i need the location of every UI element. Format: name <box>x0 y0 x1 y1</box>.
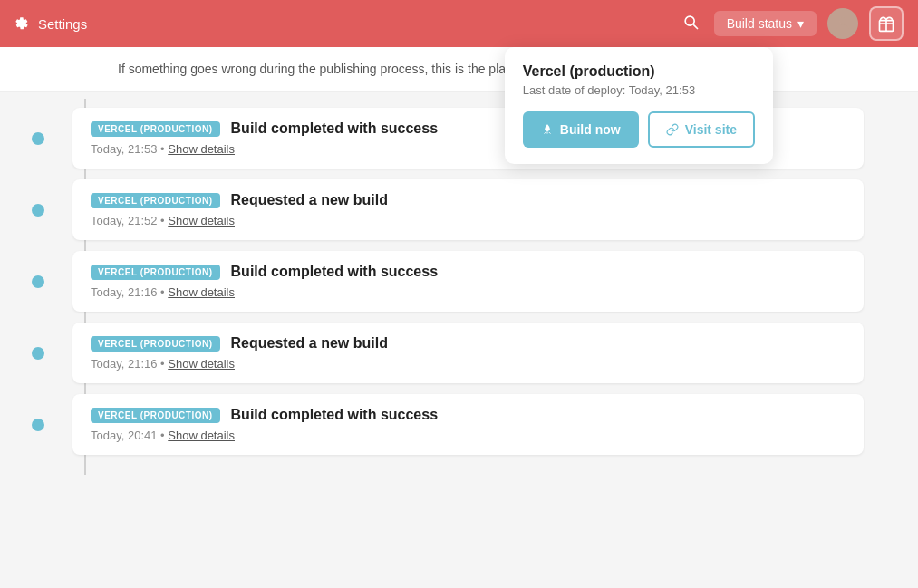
card-time-2: Today, 21:52 <box>91 214 157 227</box>
timeline-dot-5 <box>32 419 44 431</box>
build-status-label: Build status <box>727 16 792 31</box>
card-header-5: VERCEL (PRODUCTION) Build completed with… <box>91 407 846 423</box>
main-content: If something goes wrong during the publi… <box>0 47 918 588</box>
timeline-card-3: VERCEL (PRODUCTION) Build completed with… <box>72 251 864 312</box>
timeline-card-4: VERCEL (PRODUCTION) Requested a new buil… <box>72 323 864 383</box>
gift-button[interactable] <box>869 6 904 41</box>
timeline-dot-3 <box>32 275 44 288</box>
search-button[interactable] <box>678 9 703 39</box>
badge-2: VERCEL (PRODUCTION) <box>91 193 220 208</box>
chevron-down-icon: ▾ <box>797 16 804 31</box>
timeline-dot-2 <box>32 204 44 217</box>
card-header-3: VERCEL (PRODUCTION) Build completed with… <box>91 264 846 280</box>
timeline-card-2: VERCEL (PRODUCTION) Requested a new buil… <box>72 179 864 240</box>
show-details-link-3[interactable]: Show details <box>168 285 235 299</box>
card-title-4: Requested a new build <box>231 335 388 352</box>
show-details-link-2[interactable]: Show details <box>168 214 235 227</box>
card-title-3: Build completed with success <box>231 264 439 280</box>
popup-title: Vercel (production) <box>523 63 755 80</box>
timeline-dot-4 <box>32 347 44 360</box>
top-notice: If something goes wrong during the publi… <box>0 47 918 92</box>
card-time-4: Today, 21:16 <box>91 357 157 371</box>
badge-3: VERCEL (PRODUCTION) <box>91 265 220 280</box>
avatar[interactable] <box>827 8 858 39</box>
card-time-3: Today, 21:16 <box>91 285 157 299</box>
show-details-link-4[interactable]: Show details <box>168 357 235 371</box>
popup-subtitle: Last date of deploy: Today, 21:53 <box>523 83 755 97</box>
timeline-item-5: VERCEL (PRODUCTION) Build completed with… <box>72 394 864 455</box>
card-title-5: Build completed with success <box>231 407 439 423</box>
popup-actions: Build now Visit site <box>523 111 755 148</box>
card-time-5: Today, 20:41 <box>91 429 157 442</box>
gift-icon <box>877 14 895 33</box>
rocket-icon <box>541 123 554 136</box>
card-meta-2: Today, 21:52 • Show details <box>91 214 846 227</box>
card-title-2: Requested a new build <box>231 192 388 208</box>
timeline-container: VERCEL (PRODUCTION) Build completed with… <box>0 99 918 475</box>
settings-label: Settings <box>38 16 87 32</box>
settings-icon <box>14 16 29 31</box>
build-status-button[interactable]: Build status ▾ <box>714 11 817 36</box>
build-now-button[interactable]: Build now <box>523 111 639 148</box>
build-status-dropdown: Vercel (production) Last date of deploy:… <box>505 47 773 164</box>
visit-site-button[interactable]: Visit site <box>648 111 755 148</box>
badge-5: VERCEL (PRODUCTION) <box>91 408 220 423</box>
header-right: Build status ▾ <box>678 6 904 41</box>
card-meta-4: Today, 21:16 • Show details <box>91 357 846 371</box>
build-now-label: Build now <box>560 122 621 137</box>
card-meta-5: Today, 20:41 • Show details <box>91 429 846 442</box>
user-icon <box>833 14 853 34</box>
header-left: Settings <box>14 16 87 32</box>
card-meta-3: Today, 21:16 • Show details <box>91 285 846 299</box>
card-header-2: VERCEL (PRODUCTION) Requested a new buil… <box>91 192 846 208</box>
badge-1: VERCEL (PRODUCTION) <box>91 121 220 137</box>
svg-point-0 <box>839 17 846 24</box>
show-details-link-1[interactable]: Show details <box>168 142 235 156</box>
card-header-4: VERCEL (PRODUCTION) Requested a new buil… <box>91 335 846 352</box>
search-icon <box>681 13 700 31</box>
timeline-card-5: VERCEL (PRODUCTION) Build completed with… <box>72 394 864 455</box>
timeline-dot-1 <box>32 132 44 145</box>
show-details-link-5[interactable]: Show details <box>168 429 235 442</box>
timeline-item-3: VERCEL (PRODUCTION) Build completed with… <box>72 251 864 312</box>
header: Settings Build status ▾ <box>0 0 918 47</box>
link-icon <box>666 123 679 136</box>
card-time-1: Today, 21:53 <box>91 142 157 156</box>
card-title-1: Build completed with success <box>231 120 439 137</box>
visit-site-label: Visit site <box>685 122 737 137</box>
timeline-item-4: VERCEL (PRODUCTION) Requested a new buil… <box>72 323 864 383</box>
timeline-item-2: VERCEL (PRODUCTION) Requested a new buil… <box>72 179 864 240</box>
badge-4: VERCEL (PRODUCTION) <box>91 336 220 352</box>
